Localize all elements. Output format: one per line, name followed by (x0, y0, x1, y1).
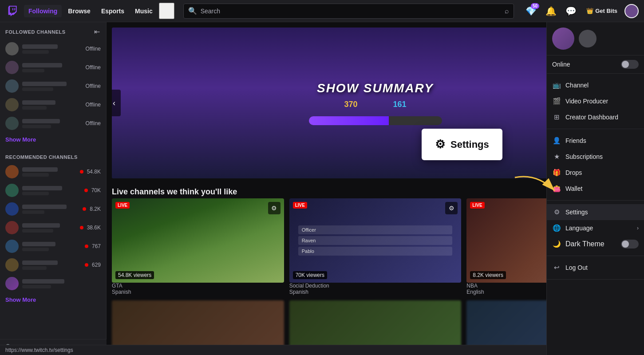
esports-nav-link[interactable]: Esports (97, 5, 129, 17)
viewer-count: 767 (92, 243, 101, 249)
get-bits-button[interactable]: 👑 Get Bits (583, 6, 621, 16)
film-icon: 🎬 (552, 97, 561, 106)
user-avatar[interactable] (624, 4, 639, 18)
list-item[interactable]: 54.8K (0, 162, 106, 181)
channel-game-blur (22, 192, 49, 195)
channel-status: Offline (86, 64, 101, 71)
list-item[interactable]: 629 (0, 256, 106, 274)
status-url: https://www.twitch.tv/settings (5, 347, 73, 353)
sidebar: FOLLOWED CHANNELS ⇤ Offline Offline (0, 22, 107, 355)
channel-game-blur (22, 106, 47, 110)
profile-avatar-sm (579, 30, 597, 47)
menu-item-subscriptions[interactable]: ★ Subscriptions (547, 149, 644, 165)
viewer-count: 38.6K (87, 225, 101, 231)
channel-info (22, 82, 82, 91)
live-indicator (80, 226, 83, 229)
channel-name-blur (22, 167, 58, 172)
channel-status: Offline (86, 102, 101, 108)
viewer-count: 629 (92, 262, 101, 268)
viewers-3: 8.2K viewers (470, 271, 506, 279)
live-indicator (84, 189, 88, 192)
menu-section-3: ⚙ Settings 🌐 Language › 🌙 Dark Theme (547, 201, 644, 256)
bottom-card-thumb-1 (112, 300, 284, 349)
channel-name-blur (22, 279, 64, 284)
language-menu-label: Language (565, 225, 632, 232)
search-input[interactable] (201, 8, 502, 15)
show-more-recommended-btn[interactable]: Show More (0, 293, 106, 307)
list-item[interactable]: Offline (0, 39, 106, 58)
more-nav-btn[interactable]: ••• (159, 3, 174, 19)
channel-game-blur (22, 173, 49, 177)
logout-icon: ↩ (552, 263, 561, 272)
menu-item-creator-dashboard[interactable]: ⊞ Creator Dashboard (547, 109, 644, 125)
list-item[interactable]: Offline (0, 58, 106, 77)
channel-name-blur (22, 260, 58, 265)
collapse-sidebar-btn[interactable]: ⇤ (93, 27, 101, 37)
avatar (5, 79, 19, 93)
channel-game-blur (22, 266, 47, 270)
bits-button[interactable]: 💎 50 (523, 3, 539, 19)
top-nav: Following Browse Esports Music ••• 🔍 ⌕ 💎… (0, 0, 644, 22)
hero-prev-btn[interactable]: ‹ (112, 90, 121, 116)
nav-right: 💎 50 🔔 💬 👑 Get Bits (523, 3, 639, 19)
chevron-right-icon: › (637, 225, 639, 231)
list-item[interactable]: 38.6K (0, 218, 106, 237)
avatar (5, 42, 19, 55)
live-indicator (85, 245, 88, 248)
following-nav-link[interactable]: Following (24, 5, 62, 17)
channel-game-blur (22, 50, 49, 54)
hero-stat-1: 370 (344, 100, 357, 109)
browse-nav-link[interactable]: Browse (63, 5, 95, 17)
list-item[interactable]: Offline (0, 114, 106, 133)
channel-info (22, 223, 76, 233)
list-item[interactable] (0, 274, 106, 293)
channel-name-blur (22, 82, 67, 86)
globe-icon: 🌐 (552, 224, 561, 233)
dark-theme-toggle-knob (622, 241, 629, 248)
music-nav-link[interactable]: Music (130, 5, 157, 17)
channel-info (22, 260, 81, 270)
video-producer-menu-label: Video Producer (565, 98, 639, 105)
avatar (5, 184, 19, 197)
avatar (5, 277, 19, 290)
list-item[interactable]: 70K (0, 181, 106, 200)
logo[interactable] (5, 4, 20, 19)
menu-item-language[interactable]: 🌐 Language › (547, 220, 644, 236)
avatar (5, 61, 19, 74)
live-indicator (83, 207, 86, 211)
avatar (5, 258, 19, 272)
live-card-1[interactable]: LIVE 54.8K viewers ⚙ GTA Spanish (112, 198, 284, 295)
dark-theme-menu-label: Dark Theme (565, 240, 616, 248)
profile-avatar (552, 28, 574, 50)
avatar (5, 221, 19, 234)
dark-theme-row[interactable]: 🌙 Dark Theme (547, 236, 644, 252)
channel-info (22, 242, 81, 251)
moon-icon: 🌙 (552, 240, 561, 248)
settings-arrow (510, 169, 564, 204)
dark-theme-toggle[interactable] (621, 240, 639, 248)
user-icon: 👤 (552, 136, 561, 145)
list-item[interactable]: Offline (0, 95, 106, 114)
menu-item-logout[interactable]: ↩ Log Out (547, 260, 644, 276)
menu-item-settings[interactable]: ⚙ Settings (547, 204, 644, 220)
settings-popup-label: Settings (450, 139, 489, 150)
online-status-row: Online (547, 55, 644, 74)
menu-item-channel[interactable]: 📺 Channel (547, 77, 644, 93)
menu-item-video-producer[interactable]: 🎬 Video Producer (547, 93, 644, 109)
recommended-channels-section: RECOMMENDED CHANNELS 54.8K 70K (0, 150, 106, 293)
channel-info (22, 119, 82, 128)
followed-channels-header: FOLLOWED CHANNELS ⇤ (0, 22, 106, 39)
settings-popup: ⚙ Settings (422, 129, 502, 160)
list-item[interactable]: 767 (0, 237, 106, 256)
online-toggle[interactable] (621, 60, 639, 69)
list-item[interactable]: 8.2K (0, 200, 106, 218)
avatar (5, 98, 19, 111)
message-icon: 💬 (565, 6, 577, 16)
notifications-button[interactable]: 🔔 (543, 3, 559, 19)
messages-button[interactable]: 💬 (563, 3, 579, 19)
list-item[interactable]: Offline (0, 77, 106, 95)
menu-item-friends[interactable]: 👤 Friends (547, 133, 644, 149)
card-settings-1[interactable]: ⚙ (268, 202, 281, 214)
live-card-2[interactable]: LIVE 70K viewers ⚙ Officer Raven Pablo S… (289, 198, 462, 295)
show-more-followed-btn[interactable]: Show More (0, 133, 106, 146)
